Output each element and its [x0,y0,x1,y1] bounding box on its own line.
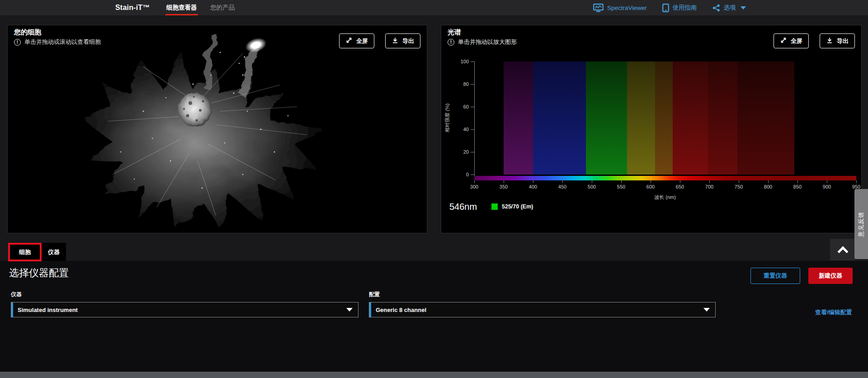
button-label: 导出 [402,37,414,45]
spectra-panel-actions: 全屏 导出 [774,33,855,48]
x-tick-label: 300 [470,184,478,189]
x-tick-label: 850 [793,184,802,189]
cells-panel-actions: 全屏 导出 [339,33,420,48]
x-tick-label: 750 [735,184,743,189]
channel-band [673,61,708,175]
nav-link-label: 选项 [724,4,736,12]
x-tick [621,180,622,183]
x-tick-label: 800 [764,184,772,189]
x-tick [797,180,798,183]
x-tick-label: 450 [558,184,566,189]
app-root: Stain-iT™ 细胞查看器 您的产品 SpectraViewer [0,0,868,378]
x-tick-label: 500 [588,184,596,189]
select-accent-bar [369,302,371,317]
x-tick [474,180,475,183]
channel-band [655,61,673,175]
collapse-panel-button[interactable] [830,239,855,260]
info-icon: ! [448,39,454,46]
cells-export-button[interactable]: 导出 [385,33,420,48]
x-tick-label: 350 [500,184,508,189]
cell-micrograph[interactable] [8,25,427,233]
y-tick [471,175,474,175]
cells-panel-hint: ! 单击并拖动或滚动以查看细胞 [14,38,101,46]
y-tick-label: 0 [466,172,469,177]
nav-link-label: 使用指南 [673,4,697,12]
x-tick [768,180,769,183]
share-icon [712,4,720,12]
tab-cells[interactable]: 细胞 [8,243,42,261]
tab-label: 细胞 [19,248,31,256]
tab-label: 仪器 [48,248,60,256]
x-tick [739,180,739,183]
brand-title: Stain-iT™ [115,0,150,15]
spectrum-strip [474,176,856,180]
expand-icon [780,37,787,45]
edit-config-link[interactable]: 查看/编辑配置 [815,308,852,317]
x-tick [562,180,563,183]
button-label: 全屏 [791,37,802,45]
nav-tab-cell-viewer[interactable]: 细胞查看器 [166,0,197,15]
expand-icon [345,37,353,45]
channel-band [737,61,794,175]
spectra-panel-hint: ! 单击并拖动以放大图形 [448,38,517,46]
new-instrument-button[interactable]: 新建仪器 [808,268,853,284]
spectra-hint-text: 单击并拖动以放大图形 [458,38,517,46]
chevron-up-icon [837,246,848,257]
nav-tab-your-products[interactable]: 您的产品 [210,0,235,15]
y-tick-label: 80 [463,81,469,87]
channel-band [504,61,533,175]
spectra-plot[interactable]: 0204060801003003504004505005506006507007… [474,61,856,175]
nav-link-spectraviewer[interactable]: SpectraViewer [593,4,647,12]
x-tick [680,180,680,183]
channel-band [533,61,586,175]
caret-down-icon [346,308,353,312]
x-tick [592,180,592,183]
x-tick [533,180,533,183]
top-nav: Stain-iT™ 细胞查看器 您的产品 SpectraViewer [0,0,868,15]
x-tick [856,180,857,183]
bottom-bar [0,372,868,378]
configuration-field: 配置 Generic 8 channel [369,291,716,317]
spectra-export-button[interactable]: 导出 [820,33,855,48]
tab-instruments[interactable]: 仪器 [42,243,66,261]
y-tick [471,61,474,62]
y-tick-label: 100 [461,59,469,64]
channel-band [586,61,627,175]
wavelength-readout: 546nm [449,202,477,212]
x-tick-label: 650 [676,184,684,189]
cells-hint-text: 单击并拖动或滚动以查看细胞 [24,38,101,46]
nav-link-options[interactable]: 选项 [712,4,746,12]
instrument-select-value: Simulated instrument [18,307,78,313]
y-tick [471,152,474,152]
feedback-tab[interactable]: 意见反馈 [854,189,868,259]
instrument-label: 仪器 [11,291,359,298]
y-tick [471,84,474,85]
chart-legend: 525/70 (Em) [491,203,533,210]
spectraviewer-icon [593,4,604,12]
instrument-select[interactable]: Simulated instrument [11,302,359,317]
y-axis-title: 相对强度 (%) [444,104,451,132]
chevron-down-icon [741,6,746,9]
reset-instrument-button[interactable]: 重置仪器 [750,268,800,284]
x-tick-label: 400 [529,184,537,189]
configuration-select-value: Generic 8 channel [376,307,426,313]
y-tick-label: 20 [463,149,469,155]
configuration-select[interactable]: Generic 8 channel [369,302,716,317]
y-tick-label: 60 [463,104,469,109]
x-tick [709,180,710,183]
caret-down-icon [703,308,710,312]
channel-band [627,61,655,175]
spectra-panel: 光谱 ! 单击并拖动以放大图形 全屏 [441,25,862,233]
instrument-field: 仪器 Simulated instrument [11,291,359,317]
select-accent-bar [11,302,13,317]
y-axis [474,61,475,183]
spectra-panel-title: 光谱 [448,28,461,37]
nav-link-label: SpectraViewer [607,5,647,11]
guide-icon [662,4,669,12]
x-tick [827,180,827,183]
cells-fullscreen-button[interactable]: 全屏 [339,33,374,48]
config-section-title: 选择仪器配置 [9,266,69,280]
info-icon: ! [14,39,21,46]
nav-link-user-guide[interactable]: 使用指南 [662,4,697,12]
spectra-fullscreen-button[interactable]: 全屏 [774,33,809,48]
